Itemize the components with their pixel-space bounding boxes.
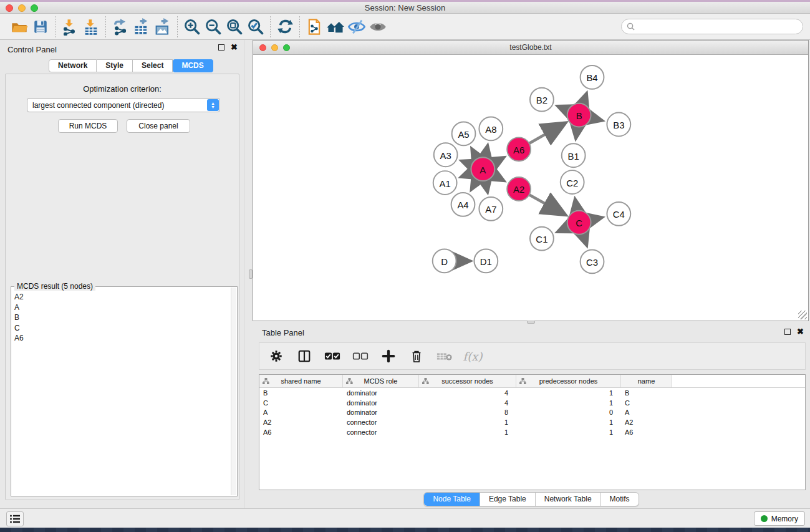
graph-node-A3[interactable]: A3: [434, 143, 458, 167]
clone-network-button[interactable]: [304, 16, 325, 37]
graph-node-C2[interactable]: C2: [561, 170, 584, 194]
edge-A-A8[interactable]: [485, 146, 488, 159]
add-column-button[interactable]: [380, 348, 397, 364]
edge-C-C3[interactable]: [582, 233, 587, 245]
deselect-all-button[interactable]: [352, 348, 369, 364]
edge-C-C1[interactable]: [557, 226, 569, 231]
criterion-select[interactable]: largest connected component (directed) ▲…: [27, 98, 220, 112]
zoom-window-button[interactable]: [283, 44, 290, 51]
graph-node-C1[interactable]: C1: [530, 227, 554, 251]
tab-select[interactable]: Select: [133, 59, 173, 72]
column-header-shared-name[interactable]: shared name: [259, 375, 343, 387]
import-network-button[interactable]: [59, 16, 80, 37]
close-window-button[interactable]: [259, 44, 266, 51]
result-list-item[interactable]: A: [14, 302, 231, 313]
run-mcds-button[interactable]: Run MCDS: [58, 119, 118, 133]
tab-mcds[interactable]: MCDS: [173, 59, 213, 72]
node-table[interactable]: shared nameMCDS rolesuccessor nodesprede…: [259, 374, 806, 490]
zoom-out-button[interactable]: [203, 16, 224, 37]
graph-node-C4[interactable]: C4: [607, 202, 630, 226]
result-list-scrollbar[interactable]: [231, 288, 236, 495]
close-panel-icon[interactable]: ✖: [797, 329, 804, 335]
column-header-MCDS-role[interactable]: MCDS role: [343, 375, 419, 387]
graph-node-A[interactable]: A: [471, 157, 494, 181]
search-input[interactable]: [638, 22, 798, 31]
vertical-splitter-handle[interactable]: [249, 269, 253, 279]
export-network-button[interactable]: [110, 16, 131, 37]
export-table-button[interactable]: [131, 16, 152, 37]
refresh-layout-button[interactable]: [274, 16, 296, 37]
edge-A-A7[interactable]: [485, 180, 488, 192]
float-panel-icon[interactable]: [784, 329, 791, 335]
edge-A2-C[interactable]: [528, 194, 564, 214]
graph-node-B3[interactable]: B3: [607, 113, 630, 137]
table-row[interactable]: A6connector11A6: [259, 427, 805, 437]
graph-node-A4[interactable]: A4: [451, 193, 475, 216]
table-row[interactable]: A2connector11A2: [259, 417, 805, 427]
edge-A6-B[interactable]: [528, 123, 564, 144]
edge-A-A6[interactable]: [492, 158, 504, 164]
graph-node-A2[interactable]: A2: [507, 177, 531, 201]
graph-node-C[interactable]: C: [567, 211, 591, 235]
show-panels-button[interactable]: [367, 16, 388, 37]
graph-node-D1[interactable]: D1: [474, 249, 498, 273]
delete-column-button[interactable]: [408, 348, 425, 364]
home-button[interactable]: [325, 16, 346, 37]
float-panel-icon[interactable]: [218, 44, 224, 51]
close-panel-icon[interactable]: ✖: [231, 44, 238, 51]
close-panel-button[interactable]: Close panel: [127, 119, 190, 133]
result-list-item[interactable]: A2: [14, 292, 231, 302]
graph-node-A7[interactable]: A7: [479, 197, 503, 221]
graph-node-A8[interactable]: A8: [479, 117, 503, 141]
edge-B-B3[interactable]: [589, 117, 602, 120]
graph-node-A6[interactable]: A6: [507, 137, 531, 161]
tab-edge-table[interactable]: Edge Table: [480, 493, 535, 506]
hide-panels-button[interactable]: [346, 16, 367, 37]
search-field[interactable]: [621, 19, 803, 34]
tab-motifs[interactable]: Motifs: [600, 493, 639, 506]
edge-A-A4[interactable]: [471, 178, 478, 190]
table-row[interactable]: Adominator80A: [259, 408, 805, 418]
zoom-selected-button[interactable]: [245, 16, 266, 37]
graph-node-B2[interactable]: B2: [530, 88, 554, 112]
zoom-fit-button[interactable]: [224, 16, 245, 37]
network-canvas[interactable]: B4B2BB3A5A8A6A3B1AA1C2A2A4A7C4CC1C3DD1: [254, 56, 807, 319]
tab-node-table[interactable]: Node Table: [424, 493, 480, 506]
resize-grip-icon[interactable]: [798, 311, 807, 319]
split-view-button[interactable]: [296, 348, 312, 364]
graph-node-B4[interactable]: B4: [581, 65, 604, 89]
edge-C-C4[interactable]: [589, 218, 602, 220]
column-header-name[interactable]: name: [621, 375, 672, 387]
graph-node-D[interactable]: D: [433, 249, 456, 273]
tab-style[interactable]: Style: [97, 59, 133, 72]
graph-node-C3[interactable]: C3: [581, 250, 604, 274]
graph-node-B[interactable]: B: [567, 104, 591, 127]
import-table-button[interactable]: [80, 16, 102, 37]
result-list-item[interactable]: A6: [14, 333, 231, 344]
zoom-in-button[interactable]: [181, 16, 203, 37]
horizontal-splitter-handle[interactable]: [527, 321, 535, 324]
minimize-window-button[interactable]: [18, 4, 26, 12]
table-row[interactable]: Bdominator41B: [259, 388, 805, 398]
edge-C-C2[interactable]: [575, 200, 577, 213]
minimize-window-button[interactable]: [271, 44, 278, 51]
result-list-item[interactable]: B: [14, 312, 231, 323]
table-row[interactable]: Cdominator41C: [259, 398, 805, 408]
tab-network[interactable]: Network: [49, 59, 97, 72]
edge-A-A2[interactable]: [492, 174, 504, 180]
result-list-item[interactable]: C: [14, 323, 231, 334]
zoom-window-button[interactable]: [31, 4, 38, 12]
save-session-button[interactable]: [30, 16, 51, 37]
graph-node-A1[interactable]: A1: [433, 171, 457, 195]
export-image-button[interactable]: [152, 16, 173, 37]
edge-B-B1[interactable]: [576, 125, 577, 138]
tab-network-table[interactable]: Network Table: [535, 493, 600, 506]
column-header-successor-nodes[interactable]: successor nodes: [419, 375, 516, 387]
open-session-button[interactable]: [9, 16, 30, 37]
task-history-button[interactable]: [6, 511, 24, 526]
column-header-predecessor-nodes[interactable]: predecessor nodes: [516, 375, 621, 387]
mcds-result-list[interactable]: A2ABCA6: [11, 289, 231, 496]
select-all-button[interactable]: [324, 348, 340, 364]
close-window-button[interactable]: [6, 4, 13, 12]
gear-button[interactable]: [268, 348, 284, 364]
